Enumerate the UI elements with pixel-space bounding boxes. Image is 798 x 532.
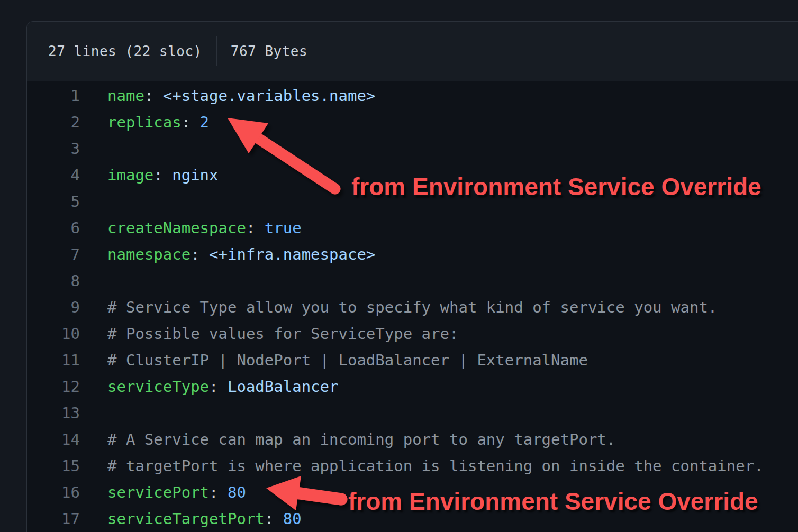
file-size: 767 Bytes [231,43,307,59]
line-number[interactable]: 7 [27,241,80,268]
line-number[interactable]: 4 [27,162,80,188]
code-line-text [80,135,107,162]
line-number[interactable]: 5 [27,188,80,215]
code-line-text: # Service Type allow you to specify what… [80,294,717,320]
token-const: true [265,219,302,237]
token-comment: # Possible values for ServiceType are: [107,325,458,343]
code-line: 16 servicePort: 80 [27,479,798,506]
code-line: 7 namespace: <+infra.namespace> [27,241,798,268]
token-key: createNamespace [107,219,246,237]
token-key: name [107,87,144,105]
code-line: 3 [27,135,798,162]
token-punc: : [209,378,228,396]
token-comment: # Service Type allow you to specify what… [107,298,717,316]
token-key: replicas [107,113,182,131]
code-line-text: # A Service can map an incoming port to … [80,426,615,453]
token-punc: : [182,113,200,131]
line-number[interactable]: 13 [27,400,80,426]
code-line-text: # Possible values for ServiceType are: [80,320,458,347]
token-const: 80 [228,483,246,501]
code-line: 17 serviceTargetPort: 80 [27,506,798,532]
code-line-text: serviceType: LoadBalancer [80,373,339,400]
token-str: nginx [172,166,218,184]
token-key: namespace [107,245,191,263]
token-punc: : [265,510,283,528]
line-number[interactable]: 14 [27,426,80,453]
token-key: serviceTargetPort [107,510,265,528]
code-line-text: createNamespace: true [80,215,302,241]
token-str: <+infra.namespace> [209,245,375,263]
code-line: 5 [27,188,798,215]
code-viewer: 1 name: <+stage.variables.name> 2 replic… [27,81,798,532]
token-key: image [107,166,153,184]
line-number[interactable]: 1 [27,82,80,109]
line-number[interactable]: 11 [27,347,80,373]
code-lines: 1 name: <+stage.variables.name> 2 replic… [27,82,798,532]
token-key: servicePort [107,483,209,501]
code-line-text: image: nginx [80,162,219,188]
code-line: 11 # ClusterIP | NodePort | LoadBalancer… [27,347,798,373]
line-number[interactable]: 17 [27,506,80,532]
line-number[interactable]: 2 [27,109,80,135]
code-line-text: namespace: <+infra.namespace> [80,241,375,268]
line-number[interactable]: 16 [27,479,80,506]
code-line-text [80,400,107,426]
code-line-text [80,268,107,294]
header-divider [216,36,217,66]
code-line: 10 # Possible values for ServiceType are… [27,320,798,347]
line-number[interactable]: 9 [27,294,80,320]
token-comment: # ClusterIP | NodePort | LoadBalancer | … [107,351,588,369]
line-number[interactable]: 3 [27,135,80,162]
code-line: 8 [27,268,798,294]
file-header: 27 lines (22 sloc) 767 Bytes [27,22,798,81]
line-number[interactable]: 8 [27,268,80,294]
code-line: 2 replicas: 2 [27,109,798,135]
file-card: 27 lines (22 sloc) 767 Bytes 1 name: <+s… [26,21,798,532]
token-punc: : [144,87,163,105]
code-line-text [80,188,107,215]
code-line-text: replicas: 2 [80,109,209,135]
code-line-text: # targetPort is where application is lis… [80,453,764,479]
line-number[interactable]: 6 [27,215,80,241]
token-punc: : [191,245,209,263]
code-line-text: name: <+stage.variables.name> [80,82,375,109]
token-comment: # targetPort is where application is lis… [107,457,764,475]
code-line: 1 name: <+stage.variables.name> [27,82,798,109]
code-line-text: servicePort: 80 [80,479,246,506]
token-str: <+stage.variables.name> [163,87,376,105]
code-line: 15 # targetPort is where application is … [27,453,798,479]
code-line: 13 [27,400,798,426]
line-number[interactable]: 15 [27,453,80,479]
code-line: 4 image: nginx [27,162,798,188]
file-lines-summary: 27 lines (22 sloc) [48,43,202,59]
token-str: LoadBalancer [228,378,339,396]
line-number[interactable]: 12 [27,373,80,400]
token-const: 80 [283,510,302,528]
code-line-text: # ClusterIP | NodePort | LoadBalancer | … [80,347,588,373]
code-line: 12 serviceType: LoadBalancer [27,373,798,400]
token-punc: : [209,483,228,501]
token-const: 2 [200,113,209,131]
code-line-text: serviceTargetPort: 80 [80,506,302,532]
token-comment: # A Service can map an incoming port to … [107,430,615,448]
code-line: 9 # Service Type allow you to specify wh… [27,294,798,320]
token-punc: : [246,219,265,237]
code-line: 14 # A Service can map an incoming port … [27,426,798,453]
code-line: 6 createNamespace: true [27,215,798,241]
line-number[interactable]: 10 [27,320,80,347]
token-key: serviceType [107,378,209,396]
token-punc: : [153,166,172,184]
